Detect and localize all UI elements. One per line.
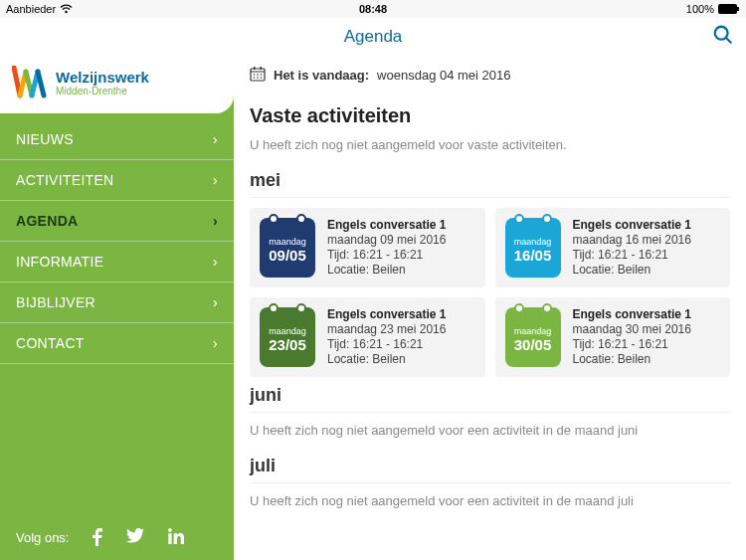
logo-text: Welzijnswerk Midden-Drenthe	[56, 69, 149, 96]
search-button[interactable]	[712, 24, 734, 50]
event-location: Locatie: Beilen	[573, 352, 691, 366]
svg-point-9	[257, 74, 259, 76]
date-dd: 16/05	[514, 247, 552, 264]
sidebar-item-label: CONTACT	[16, 335, 85, 351]
svg-point-11	[254, 77, 256, 79]
today-row: Het is vandaag: woensdag 04 mei 2016	[234, 56, 746, 93]
date-badge: maandag30/05	[505, 307, 561, 367]
sidebar-item-nieuws[interactable]: NIEUWS›	[0, 119, 234, 160]
svg-point-13	[261, 77, 263, 79]
sidebar-item-label: AGENDA	[16, 213, 78, 229]
event-time: Tijd: 16:21 - 16:21	[327, 248, 446, 262]
sidebar-item-agenda[interactable]: AGENDA›	[0, 201, 234, 242]
svg-rect-0	[718, 4, 737, 14]
svg-rect-7	[261, 67, 263, 70]
svg-point-12	[257, 77, 259, 79]
chevron-right-icon: ›	[213, 213, 218, 229]
chevron-right-icon: ›	[213, 172, 218, 188]
app-header: Agenda	[0, 18, 746, 56]
chevron-right-icon: ›	[213, 254, 218, 270]
sidebar-item-contact[interactable]: CONTACT›	[0, 323, 234, 364]
event-card[interactable]: maandag23/05 Engels conversatie 1maandag…	[250, 297, 485, 377]
search-icon	[712, 24, 734, 46]
event-location: Locatie: Beilen	[327, 352, 446, 366]
event-location: Locatie: Beilen	[573, 263, 691, 277]
sidebar-nav: NIEUWS› ACTIVITEITEN› AGENDA› INFORMATIE…	[0, 119, 234, 364]
sidebar-item-activiteiten[interactable]: ACTIVITEITEN›	[0, 160, 234, 201]
battery-label: 100%	[686, 3, 714, 15]
date-dow: maandag	[514, 237, 552, 247]
event-card[interactable]: maandag30/05 Engels conversatie 1maandag…	[495, 297, 731, 377]
carrier-label: Aanbieder	[6, 3, 56, 15]
sidebar-item-label: ACTIVITEITEN	[16, 172, 114, 188]
svg-point-10	[261, 74, 263, 76]
date-dd: 09/05	[269, 247, 306, 264]
event-date: maandag 30 mei 2016	[573, 322, 691, 336]
month-juli-heading: juli	[250, 456, 730, 483]
date-dow: maandag	[514, 326, 552, 336]
event-title: Engels conversatie 1	[327, 307, 446, 321]
event-date: maandag 23 mei 2016	[327, 322, 446, 336]
event-date: maandag 16 mei 2016	[573, 233, 691, 247]
event-time: Tijd: 16:21 - 16:21	[573, 248, 691, 262]
sidebar: Welzijnswerk Midden-Drenthe NIEUWS› ACTI…	[0, 56, 234, 560]
event-title: Engels conversatie 1	[327, 218, 446, 232]
content-scroll[interactable]: Vaste activiteiten U heeft zich nog niet…	[234, 93, 746, 546]
date-badge: maandag23/05	[260, 307, 315, 367]
sidebar-item-informatie[interactable]: INFORMATIE›	[0, 242, 234, 282]
chevron-right-icon: ›	[213, 335, 218, 351]
events-grid-mei: maandag09/05 Engels conversatie 1maandag…	[250, 208, 730, 377]
event-title: Engels conversatie 1	[573, 307, 691, 321]
month-juni-heading: juni	[250, 385, 730, 413]
event-time: Tijd: 16:21 - 16:21	[327, 337, 446, 351]
sidebar-item-label: BIJBLIJVER	[16, 294, 95, 310]
sidebar-item-label: NIEUWS	[16, 131, 74, 147]
svg-point-2	[715, 27, 728, 40]
page-title: Agenda	[344, 27, 403, 47]
date-badge: maandag16/05	[505, 218, 561, 278]
date-dow: maandag	[269, 237, 306, 247]
today-label: Het is vandaag:	[274, 68, 369, 83]
wifi-icon	[60, 4, 73, 14]
logo[interactable]: Welzijnswerk Midden-Drenthe	[0, 56, 234, 113]
content: Het is vandaag: woensdag 04 mei 2016 Vas…	[234, 56, 746, 560]
event-location: Locatie: Beilen	[327, 263, 446, 277]
svg-rect-1	[737, 7, 739, 11]
event-card[interactable]: maandag09/05 Engels conversatie 1maandag…	[250, 208, 485, 287]
juli-empty-text: U heeft zich nog niet aangemeld voor een…	[250, 493, 730, 508]
svg-line-3	[726, 38, 732, 44]
chevron-right-icon: ›	[213, 294, 218, 310]
logo-mark-icon	[12, 66, 48, 99]
status-time: 08:48	[359, 3, 387, 15]
chevron-right-icon: ›	[213, 131, 218, 147]
twitter-icon[interactable]	[126, 528, 144, 546]
event-title: Engels conversatie 1	[573, 218, 691, 232]
sidebar-item-label: INFORMATIE	[16, 254, 103, 270]
date-badge: maandag09/05	[260, 218, 315, 278]
svg-rect-6	[254, 67, 256, 70]
calendar-icon	[250, 66, 266, 85]
vaste-empty-text: U heeft zich nog niet aangemeld voor vas…	[250, 137, 730, 152]
month-mei-heading: mei	[250, 170, 730, 198]
date-dd: 30/05	[514, 336, 552, 353]
battery-icon	[718, 4, 740, 14]
event-time: Tijd: 16:21 - 16:21	[573, 337, 691, 351]
follow-label: Volg ons:	[16, 530, 70, 545]
sidebar-item-bijblijver[interactable]: BIJBLIJVER›	[0, 282, 234, 323]
section-vaste-heading: Vaste activiteiten	[250, 104, 730, 127]
event-date: maandag 09 mei 2016	[327, 233, 446, 247]
logo-line1: Welzijnswerk	[56, 69, 149, 86]
juni-empty-text: U heeft zich nog niet aangemeld voor een…	[250, 423, 730, 438]
event-card[interactable]: maandag16/05 Engels conversatie 1maandag…	[495, 208, 731, 287]
logo-line2: Midden-Drenthe	[56, 86, 149, 96]
status-bar: Aanbieder 08:48 100%	[0, 0, 746, 18]
facebook-icon[interactable]	[92, 528, 102, 546]
today-value: woensdag 04 mei 2016	[377, 68, 510, 83]
date-dow: maandag	[269, 326, 306, 336]
follow-row: Volg ons:	[0, 514, 234, 560]
linkedin-icon[interactable]	[168, 528, 184, 546]
date-dd: 23/05	[269, 336, 306, 353]
svg-point-8	[254, 74, 256, 76]
